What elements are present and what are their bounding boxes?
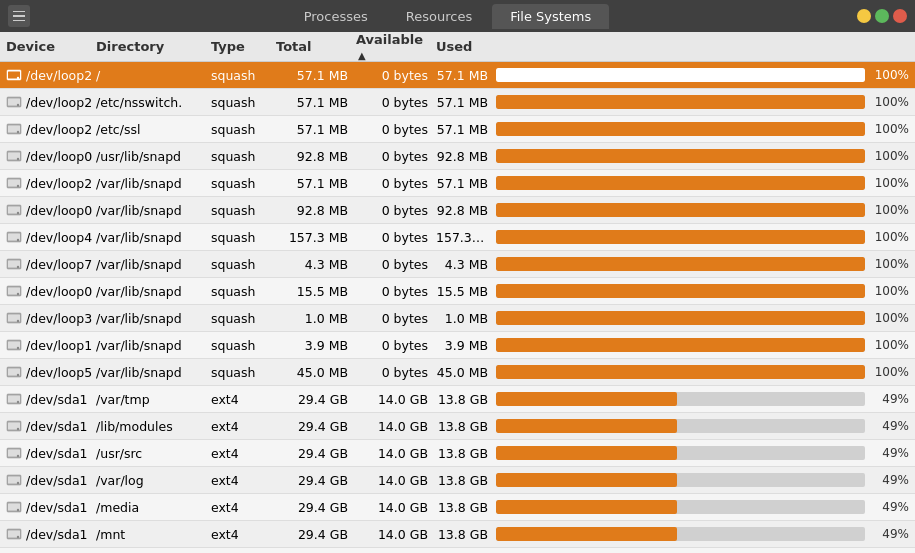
table-row[interactable]: /dev/loop5 /var/lib/snapd squash 45.0 MB… <box>0 359 915 386</box>
drive-icon <box>6 365 22 379</box>
usage-bar-container <box>496 95 865 109</box>
svg-point-5 <box>17 104 19 106</box>
table-row[interactable]: /dev/sda1 /var/tmp ext4 29.4 GB 14.0 GB … <box>0 386 915 413</box>
cell-type: squash <box>211 122 276 137</box>
drive-icon <box>6 500 22 514</box>
drive-icon <box>6 95 22 109</box>
svg-point-47 <box>17 482 19 484</box>
cell-used: 3.9 MB <box>436 338 496 353</box>
table-row[interactable]: /dev/sda1 /var/log ext4 29.4 GB 14.0 GB … <box>0 467 915 494</box>
cell-available: 0 bytes <box>356 95 436 110</box>
header-used[interactable]: Used <box>436 39 496 54</box>
cell-total: 45.0 MB <box>276 365 356 380</box>
cell-bar: 100% <box>496 203 909 217</box>
usage-pct: 100% <box>871 68 909 82</box>
cell-type: squash <box>211 230 276 245</box>
table-row[interactable]: /dev/loop1 /var/lib/snapd squash 3.9 MB … <box>0 332 915 359</box>
usage-pct: 49% <box>871 419 909 433</box>
close-button[interactable] <box>893 9 907 23</box>
svg-point-14 <box>17 185 19 187</box>
cell-used: 13.8 GB <box>436 419 496 434</box>
drive-icon <box>6 338 22 352</box>
svg-point-20 <box>17 239 19 241</box>
drive-icon <box>6 284 22 298</box>
cell-directory: /usr/lib/snapd <box>96 149 211 164</box>
table-row[interactable]: /dev/loop3 /var/lib/snapd squash 1.0 MB … <box>0 305 915 332</box>
cell-bar: 100% <box>496 176 909 190</box>
cell-device: /dev/sda1 <box>6 527 96 542</box>
cell-total: 29.4 GB <box>276 446 356 461</box>
cell-total: 57.1 MB <box>276 95 356 110</box>
table-row[interactable]: /dev/sda1 /usr/src ext4 29.4 GB 14.0 GB … <box>0 440 915 467</box>
maximize-button[interactable] <box>875 9 889 23</box>
table-row[interactable]: /dev/loop2 /etc/nsswitch. squash 57.1 MB… <box>0 89 915 116</box>
table-row[interactable]: /dev/sda1 /mnt ext4 29.4 GB 14.0 GB 13.8… <box>0 521 915 548</box>
table-row[interactable]: /dev/loop2 /etc/ssl squash 57.1 MB 0 byt… <box>0 116 915 143</box>
drive-icon <box>6 122 22 136</box>
cell-device: /dev/loop0 <box>6 149 96 164</box>
header-device[interactable]: Device <box>6 39 96 54</box>
table-row[interactable]: /dev/loop0 /usr/lib/snapd squash 92.8 MB… <box>0 143 915 170</box>
header-available[interactable]: Available ▲ <box>356 32 436 62</box>
drive-icon <box>6 149 22 163</box>
table-row[interactable]: /dev/loop0 /var/lib/snapd squash 15.5 MB… <box>0 278 915 305</box>
menu-button[interactable] <box>8 5 30 27</box>
cell-type: ext4 <box>211 392 276 407</box>
cell-available: 0 bytes <box>356 203 436 218</box>
svg-point-23 <box>17 266 19 268</box>
cell-used: 13.8 GB <box>436 527 496 542</box>
cell-total: 3.9 MB <box>276 338 356 353</box>
cell-used: 4.3 MB <box>436 257 496 272</box>
minimize-button[interactable] <box>857 9 871 23</box>
usage-bar-fill <box>496 500 677 514</box>
header-total[interactable]: Total <box>276 39 356 54</box>
usage-pct: 100% <box>871 311 909 325</box>
cell-used: 57.1 MB <box>436 122 496 137</box>
cell-used: 13.8 GB <box>436 446 496 461</box>
header-directory[interactable]: Directory <box>96 39 211 54</box>
svg-point-29 <box>17 320 19 322</box>
cell-type: squash <box>211 203 276 218</box>
usage-bar-container <box>496 149 865 163</box>
cell-type: squash <box>211 257 276 272</box>
cell-total: 157.3 MB <box>276 230 356 245</box>
cell-type: squash <box>211 338 276 353</box>
usage-bar-container <box>496 392 865 406</box>
table-row[interactable]: /dev/loop7 /var/lib/snapd squash 4.3 MB … <box>0 251 915 278</box>
usage-bar-fill <box>496 257 865 271</box>
header-type[interactable]: Type <box>211 39 276 54</box>
tab-file-systems[interactable]: File Systems <box>492 4 609 29</box>
svg-point-26 <box>17 293 19 295</box>
cell-available: 0 bytes <box>356 365 436 380</box>
usage-bar-fill <box>496 95 865 109</box>
table-row[interactable]: /dev/loop2 /var/lib/snapd squash 57.1 MB… <box>0 170 915 197</box>
usage-bar-container <box>496 473 865 487</box>
cell-type: squash <box>211 68 276 83</box>
cell-directory: /lib/modules <box>96 419 211 434</box>
usage-bar-container <box>496 68 865 82</box>
svg-point-32 <box>17 347 19 349</box>
cell-available: 14.0 GB <box>356 473 436 488</box>
cell-total: 29.4 GB <box>276 473 356 488</box>
tab-resources[interactable]: Resources <box>388 4 490 29</box>
fs-table: /dev/loop2 / squash 57.1 MB 0 bytes 57.1… <box>0 62 915 553</box>
table-row[interactable]: /dev/loop2 / squash 57.1 MB 0 bytes 57.1… <box>0 62 915 89</box>
cell-available: 0 bytes <box>356 122 436 137</box>
table-row[interactable]: /dev/loop4 /var/lib/snapd squash 157.3 M… <box>0 224 915 251</box>
cell-bar: 100% <box>496 365 909 379</box>
cell-available: 14.0 GB <box>356 419 436 434</box>
cell-total: 57.1 MB <box>276 176 356 191</box>
cell-used: 45.0 MB <box>436 365 496 380</box>
cell-bar: 100% <box>496 311 909 325</box>
window-controls <box>857 9 907 23</box>
usage-pct: 49% <box>871 473 909 487</box>
cell-directory: /etc/ssl <box>96 122 211 137</box>
table-row[interactable]: /dev/sda1 /lib/modules ext4 29.4 GB 14.0… <box>0 413 915 440</box>
cell-available: 0 bytes <box>356 176 436 191</box>
table-row[interactable]: /dev/loop0 /var/lib/snapd squash 92.8 MB… <box>0 197 915 224</box>
svg-point-50 <box>17 509 19 511</box>
tab-processes[interactable]: Processes <box>286 4 386 29</box>
table-row[interactable]: /dev/sda1 /media ext4 29.4 GB 14.0 GB 13… <box>0 494 915 521</box>
usage-bar-container <box>496 338 865 352</box>
cell-bar: 100% <box>496 149 909 163</box>
